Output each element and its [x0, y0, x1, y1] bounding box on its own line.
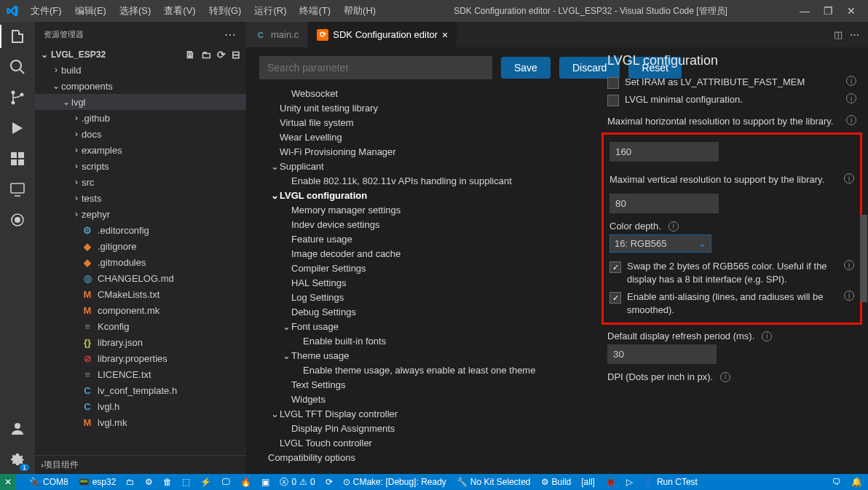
status-box-icon[interactable]: ▣	[261, 477, 269, 487]
config-tree-item[interactable]: Text Settings	[259, 378, 593, 392]
tree-item[interactable]: ◆.gitmodules	[35, 254, 246, 270]
tree-item[interactable]: {}library.json	[35, 334, 246, 350]
settings-gear-icon[interactable]: 1	[9, 451, 26, 468]
status-build-action[interactable]: ⚙ Build	[541, 477, 572, 487]
tree-item[interactable]: ›examples	[35, 142, 246, 158]
config-tree-item[interactable]: Indev device settings	[259, 218, 593, 232]
menu-view[interactable]: 查看(V)	[158, 1, 201, 20]
config-tree-item[interactable]: Image decoder and cache	[259, 247, 593, 261]
tree-item[interactable]: ≡LICENCE.txt	[35, 366, 246, 382]
status-chip[interactable]: 📟 esp32	[79, 477, 117, 487]
tree-item[interactable]: ›scripts	[35, 158, 246, 174]
tree-item[interactable]: ◎CHANGELOG.md	[35, 270, 246, 286]
status-flash-icon[interactable]: ⚡	[200, 477, 211, 487]
info-icon[interactable]: i	[844, 260, 854, 270]
source-control-icon[interactable]	[9, 89, 26, 106]
refresh-icon[interactable]: ⟳	[217, 49, 226, 60]
search-icon[interactable]	[9, 58, 26, 76]
status-kit[interactable]: 🔧 No Kit Selected	[457, 477, 531, 487]
extensions-icon[interactable]	[9, 150, 26, 167]
status-folder-icon[interactable]: 🗀	[126, 477, 135, 487]
tree-item[interactable]: ›docs	[35, 126, 246, 142]
accounts-icon[interactable]	[9, 420, 26, 438]
status-feedback-icon[interactable]: 🗨	[832, 477, 841, 487]
espressif-icon[interactable]	[9, 211, 26, 229]
status-build-target[interactable]: [all]	[581, 477, 595, 487]
info-icon[interactable]: i	[844, 291, 854, 301]
menu-run[interactable]: 运行(R)	[248, 1, 292, 20]
tree-item[interactable]: Clv_conf_template.h	[35, 382, 246, 398]
tree-item[interactable]: ›zephyr	[35, 206, 246, 222]
config-tree-item[interactable]: Wi-Fi Provisioning Manager	[259, 145, 593, 159]
remote-explorer-icon[interactable]	[9, 181, 26, 198]
tree-item[interactable]: MCMakeLists.txt	[35, 286, 246, 302]
config-tree-item[interactable]: ⌄LVGL TFT Display controller	[259, 407, 593, 422]
config-tree-item[interactable]: LVGL Touch controller	[259, 436, 593, 451]
explorer-icon[interactable]	[9, 28, 26, 45]
iram-checkbox[interactable]	[607, 77, 619, 89]
menu-edit[interactable]: 编辑(E)	[69, 1, 112, 20]
tree-item[interactable]: Mcomponent.mk	[35, 302, 246, 318]
window-close-icon[interactable]: ✕	[846, 5, 856, 17]
sidebar-section-project-components[interactable]: › 项目组件	[35, 455, 246, 474]
hres-input[interactable]	[609, 142, 719, 162]
tree-item[interactable]: ›src	[35, 174, 246, 190]
status-debug-icon[interactable]: 🐞	[605, 477, 616, 487]
editor-tab[interactable]: Cmain.c	[246, 22, 308, 47]
info-icon[interactable]: i	[668, 221, 679, 232]
status-sync-icon[interactable]: ⟳	[326, 477, 333, 487]
refresh-input[interactable]	[607, 344, 717, 364]
save-button[interactable]: Save	[501, 57, 551, 79]
info-icon[interactable]: i	[844, 173, 854, 183]
config-tree-item[interactable]: Compiler Settings	[259, 261, 593, 276]
config-tree-item[interactable]: ⌄Supplicant	[259, 159, 593, 174]
window-minimize-icon[interactable]: ―	[800, 5, 810, 17]
file-tree[interactable]: ›build⌄components⌄lvgl›.github›docs›exam…	[35, 62, 246, 455]
tree-item[interactable]: ⌄components	[35, 78, 246, 94]
status-bell-icon[interactable]: 🔔	[851, 477, 862, 487]
status-fire-icon[interactable]: 🔥	[240, 477, 251, 487]
tree-item[interactable]: ⚙.editorconfig	[35, 222, 246, 238]
explorer-more-icon[interactable]: ⋯	[224, 28, 237, 42]
config-tree-item[interactable]: ⌄Font usage	[259, 320, 593, 334]
colordepth-select[interactable]: 16: RGB565 ⌄	[609, 234, 711, 253]
remote-indicator[interactable]: ✕	[0, 474, 16, 490]
info-icon[interactable]: i	[846, 115, 856, 125]
config-tree-item[interactable]: Compatibility options	[259, 451, 593, 465]
menu-go[interactable]: 转到(G)	[203, 1, 248, 20]
config-tree-item[interactable]: Wear Levelling	[259, 130, 593, 145]
config-tree-item[interactable]: Feature usage	[259, 232, 593, 247]
new-file-icon[interactable]: 🗎	[185, 49, 195, 60]
config-tree-item[interactable]: Log Settings	[259, 291, 593, 305]
run-debug-icon[interactable]	[9, 119, 26, 137]
new-folder-icon[interactable]: 🗀	[201, 49, 211, 60]
tab-close-icon[interactable]: ×	[442, 29, 448, 41]
editor-tab[interactable]: ⟳SDK Configuration editor×	[308, 22, 457, 47]
details-scrollbar[interactable]	[858, 25, 868, 474]
info-icon[interactable]: i	[846, 93, 856, 103]
tree-item[interactable]: ›tests	[35, 190, 246, 206]
search-parameter-input[interactable]	[259, 56, 492, 79]
config-tree-item[interactable]: ⌄Theme usage	[259, 349, 593, 363]
menu-terminal[interactable]: 终端(T)	[293, 1, 336, 20]
config-tree[interactable]: WebsocketUnity unit testing libraryVirtu…	[246, 87, 599, 474]
tree-item[interactable]: Clvgl.h	[35, 398, 246, 414]
menu-selection[interactable]: 选择(S)	[114, 1, 157, 20]
info-icon[interactable]: i	[762, 331, 772, 341]
config-tree-item[interactable]: Enable built-in fonts	[259, 334, 593, 349]
project-header[interactable]: ⌄ LVGL_ESP32 🗎 🗀 ⟳ ⊟	[35, 47, 246, 62]
collapse-all-icon[interactable]: ⊟	[232, 49, 240, 60]
info-icon[interactable]: i	[720, 372, 730, 382]
status-monitor-icon[interactable]: 🖵	[221, 477, 230, 487]
tree-item[interactable]: ◆.gitignore	[35, 238, 246, 254]
config-tree-item[interactable]: Widgets	[259, 392, 593, 407]
config-tree-item[interactable]: Display Pin Assignments	[259, 422, 593, 436]
minimal-checkbox[interactable]	[607, 95, 619, 106]
window-maximize-icon[interactable]: ❐	[823, 5, 833, 17]
swap-bytes-checkbox[interactable]: ✓	[609, 261, 621, 273]
status-ctest[interactable]: 👤 Run CTest	[643, 477, 698, 487]
config-tree-item[interactable]: Enable 802.11k, 802.11v APIs handling in…	[259, 174, 593, 189]
info-icon[interactable]: i	[846, 76, 856, 86]
status-launch-icon[interactable]: ▷	[626, 477, 633, 487]
config-tree-item[interactable]: Enable theme usage, always enable at lea…	[259, 363, 593, 378]
